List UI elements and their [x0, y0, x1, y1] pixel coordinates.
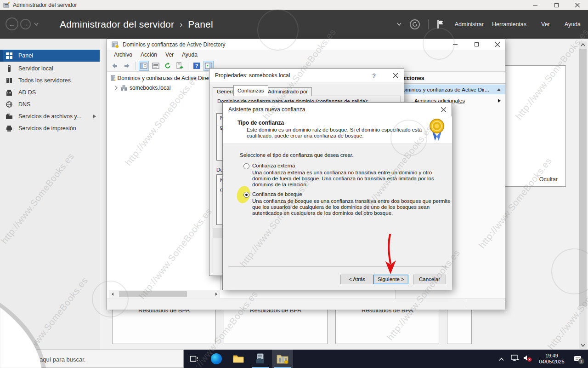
volume-muted-icon[interactable]	[523, 354, 536, 364]
sidebar-item-servicios-archivos[interactable]: Servicios de archivos y...	[0, 110, 100, 122]
radio-bosque-label[interactable]: Confianza de bosque	[252, 191, 302, 197]
toolbar-help-icon[interactable]: ?	[192, 61, 202, 71]
forward-icon[interactable]: →	[20, 19, 31, 29]
edge-icon[interactable]	[206, 350, 227, 368]
sidebar-item-servidor-local[interactable]: Servidor local	[0, 63, 100, 75]
file-explorer-icon[interactable]	[228, 350, 249, 368]
sidebar-item-ad-ds[interactable]: AD DS	[0, 86, 100, 98]
mmc-close-icon[interactable]	[489, 39, 506, 50]
hide-link[interactable]: Ocultar	[539, 176, 558, 183]
dialog-help-icon[interactable]: ?	[366, 69, 382, 82]
sidebar-item-label: Todos los servidores	[18, 77, 71, 84]
print-services-icon	[6, 125, 13, 132]
scrollbar-thumb[interactable]	[119, 291, 187, 297]
search-text: ibe aquí para buscar.	[30, 356, 85, 363]
next-button[interactable]: Siguiente >	[373, 275, 408, 284]
nav-dropdown-icon[interactable]	[34, 23, 39, 26]
mmc-menu-ayuda[interactable]: Ayuda	[178, 50, 202, 59]
sidebar-item-label: DNS	[18, 101, 30, 108]
tab-confianzas[interactable]: Confianzas	[233, 85, 268, 96]
tray-chevron-icon[interactable]	[499, 355, 511, 363]
collapse-icon[interactable]	[497, 88, 501, 91]
actions-group-row[interactable]: Dominios y confianzas de Active Dir...	[396, 85, 505, 94]
sidebar-item-panel[interactable]: Panel	[0, 50, 100, 62]
dashboard-scrollbar[interactable]	[579, 41, 587, 349]
mmc-statusbar	[107, 299, 505, 310]
menu-ayuda[interactable]: Ayuda	[565, 21, 581, 28]
scroll-left-icon[interactable]	[109, 291, 116, 297]
tree-root[interactable]: Dominios y confianzas de Active Director…	[111, 75, 220, 82]
radio-confianza-externa[interactable]	[243, 163, 249, 169]
flag-icon[interactable]	[437, 20, 444, 29]
wizard-close-icon[interactable]	[434, 103, 452, 116]
sidebar-item-label: Servicios de impresión	[18, 125, 76, 132]
menu-herramientas[interactable]: Herramientas	[492, 21, 526, 28]
notification-badge: 1	[578, 358, 584, 364]
mmc-menu-archivo[interactable]: Archivo	[110, 50, 136, 59]
new-trust-wizard: Asistente para nueva confianza Tipo de c…	[222, 102, 452, 290]
wizard-heading: Tipo de confianza	[237, 120, 284, 126]
cancel-button[interactable]: Cancelar	[413, 275, 446, 284]
sidebar-item-servicios-impresion[interactable]: Servicios de impresión	[0, 122, 100, 134]
radio-confianza-bosque[interactable]	[243, 192, 249, 198]
action-center-icon[interactable]: 1	[568, 355, 588, 362]
window-maximize-icon[interactable]	[546, 0, 567, 10]
mmc-titlebar: Dominios y confianzas de Active Director…	[107, 39, 505, 50]
toolbar-properties-icon[interactable]	[151, 61, 161, 71]
addt-window-icon	[112, 41, 119, 48]
addt-taskbar-icon[interactable]	[272, 350, 293, 368]
sidebar-item-todos-los-servidores[interactable]: Todos los servidores	[0, 75, 100, 86]
toolbar-export-icon[interactable]	[175, 61, 185, 71]
svg-text:?: ?	[195, 63, 198, 69]
clock-date: 04/05/2025	[536, 359, 568, 365]
sidebar-item-dns[interactable]: DNS	[0, 98, 100, 110]
dns-icon	[6, 101, 13, 108]
radio-externa-label[interactable]: Confianza externa	[252, 163, 295, 169]
medal-icon	[427, 118, 447, 144]
mmc-menu-accion[interactable]: Acción	[136, 50, 161, 59]
network-icon[interactable]	[511, 354, 523, 363]
mmc-menu-ver[interactable]: Ver	[161, 50, 178, 59]
breadcrumb-page[interactable]: Panel	[188, 19, 213, 30]
actions-group-label: Dominios y confianzas de Active Dir...	[399, 86, 489, 93]
wizard-intro: Seleccione el tipo de confianza que dese…	[240, 152, 353, 158]
window-minimize-icon[interactable]	[525, 0, 546, 10]
clock-time: 19:49	[536, 353, 568, 359]
toolbar-forward-icon[interactable]	[122, 61, 132, 71]
server-icon	[6, 65, 13, 72]
sidebar-item-label: AD DS	[18, 89, 36, 96]
toolbar-console-tree-icon[interactable]	[139, 61, 149, 71]
taskbar-search-input[interactable]: ibe aquí para buscar.	[0, 350, 184, 368]
adds-icon	[6, 89, 13, 96]
dialog-close-icon[interactable]	[386, 69, 405, 82]
refresh-icon[interactable]	[410, 19, 420, 29]
mmc-minimize-icon[interactable]	[447, 39, 464, 50]
menu-ver[interactable]: Ver	[541, 21, 550, 28]
back-button[interactable]: < Atrás	[340, 275, 373, 284]
domain-icon	[120, 85, 127, 91]
server-manager-taskbar-icon[interactable]	[250, 350, 271, 368]
back-icon[interactable]: ←	[6, 17, 18, 30]
scroll-right-icon[interactable]	[213, 291, 220, 297]
mmc-title: Dominios y confianzas de Active Director…	[123, 41, 225, 48]
breadcrumb-root[interactable]: Administrador del servidor	[60, 19, 174, 30]
tree-horizontal-scrollbar[interactable]	[109, 290, 220, 298]
divider	[396, 83, 505, 84]
radio-externa-desc: Una confianza externa es una confianza n…	[252, 170, 441, 188]
toolbar-refresh-icon[interactable]	[163, 61, 173, 71]
task-view-icon[interactable]	[184, 350, 205, 368]
tree-root-label: Dominios y confianzas de Active Director…	[118, 75, 220, 81]
mmc-tree-pane: Dominios y confianzas de Active Director…	[107, 72, 221, 290]
expand-chevron-icon[interactable]	[114, 86, 118, 90]
wizard-heading-desc: Este dominio es un dominio raíz de bosqu…	[247, 127, 430, 139]
tree-item-domain[interactable]: somebooks.local	[114, 85, 170, 91]
menu-administrar[interactable]: Administrar	[455, 21, 484, 28]
tab-administrado-por[interactable]: Administrado por	[264, 87, 312, 96]
taskbar-clock[interactable]: 19:49 04/05/2025	[536, 353, 568, 365]
mmc-maximize-icon[interactable]	[468, 39, 485, 50]
sidebar-item-label: Panel	[18, 52, 33, 59]
notifications-dropdown-icon[interactable]	[397, 23, 401, 26]
toolbar-back-icon[interactable]	[110, 61, 120, 71]
window-close-icon[interactable]	[567, 0, 588, 10]
properties-titlebar: Propiedades: somebooks.local ?	[209, 69, 404, 82]
